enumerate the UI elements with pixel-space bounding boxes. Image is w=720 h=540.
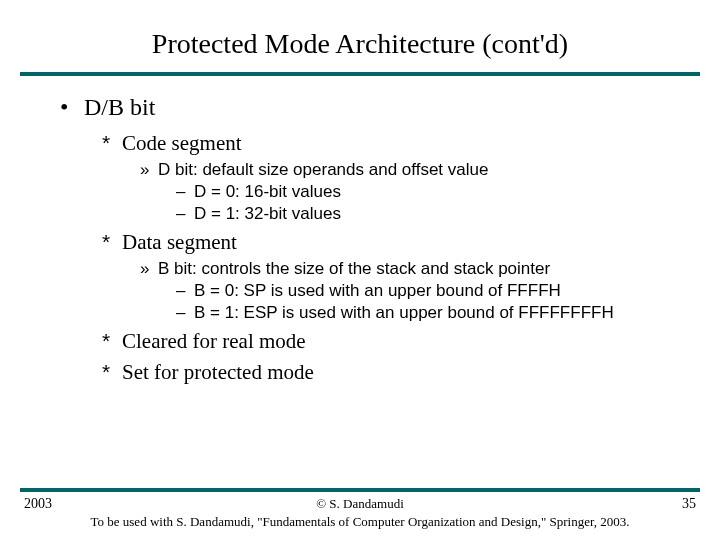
text-code-segment: Code segment — [122, 131, 242, 155]
bullet-star-icon: * — [102, 230, 122, 254]
text-d1: D = 1: 32-bit values — [194, 204, 341, 223]
slide-title: Protected Mode Architecture (cont'd) — [0, 0, 720, 72]
bullet-db-bit: •D/B bit — [60, 94, 680, 121]
bullet-raquo-icon: » — [140, 259, 158, 279]
title-rule — [20, 72, 700, 76]
footer-rule — [20, 488, 700, 492]
text-d-bit: D bit: default size operands and offset … — [158, 160, 488, 179]
bullet-raquo-icon: » — [140, 160, 158, 180]
bullet-cleared: *Cleared for real mode — [102, 329, 680, 354]
bullet-set: *Set for protected mode — [102, 360, 680, 385]
text-d0: D = 0: 16-bit values — [194, 182, 341, 201]
bullet-dash-icon: – — [176, 204, 194, 224]
bullet-dash-icon: – — [176, 182, 194, 202]
footer: © S. Dandamudi To be used with S. Dandam… — [0, 496, 720, 530]
footer-copyright: © S. Dandamudi — [316, 496, 404, 511]
bullet-d1: –D = 1: 32-bit values — [176, 204, 680, 224]
text-data-segment: Data segment — [122, 230, 237, 254]
slide-content: •D/B bit *Code segment »D bit: default s… — [0, 94, 720, 385]
text-b-bit: B bit: controls the size of the stack an… — [158, 259, 550, 278]
text-set: Set for protected mode — [122, 360, 314, 384]
text-db-bit: D/B bit — [84, 94, 155, 120]
bullet-star-icon: * — [102, 131, 122, 155]
bullet-b1: –B = 1: ESP is used with an upper bound … — [176, 303, 680, 323]
bullet-d0: –D = 0: 16-bit values — [176, 182, 680, 202]
text-b0: B = 0: SP is used with an upper bound of… — [194, 281, 561, 300]
bullet-star-icon: * — [102, 329, 122, 353]
bullet-b0: –B = 0: SP is used with an upper bound o… — [176, 281, 680, 301]
text-cleared: Cleared for real mode — [122, 329, 306, 353]
bullet-d-bit: »D bit: default size operands and offset… — [140, 160, 680, 180]
bullet-data-segment: *Data segment — [102, 230, 680, 255]
bullet-dot-icon: • — [60, 94, 84, 121]
bullet-dash-icon: – — [176, 303, 194, 323]
footer-citation: To be used with S. Dandamudi, "Fundament… — [0, 514, 720, 530]
bullet-code-segment: *Code segment — [102, 131, 680, 156]
bullet-star-icon: * — [102, 360, 122, 384]
slide: Protected Mode Architecture (cont'd) •D/… — [0, 0, 720, 540]
bullet-b-bit: »B bit: controls the size of the stack a… — [140, 259, 680, 279]
bullet-dash-icon: – — [176, 281, 194, 301]
text-b1: B = 1: ESP is used with an upper bound o… — [194, 303, 614, 322]
